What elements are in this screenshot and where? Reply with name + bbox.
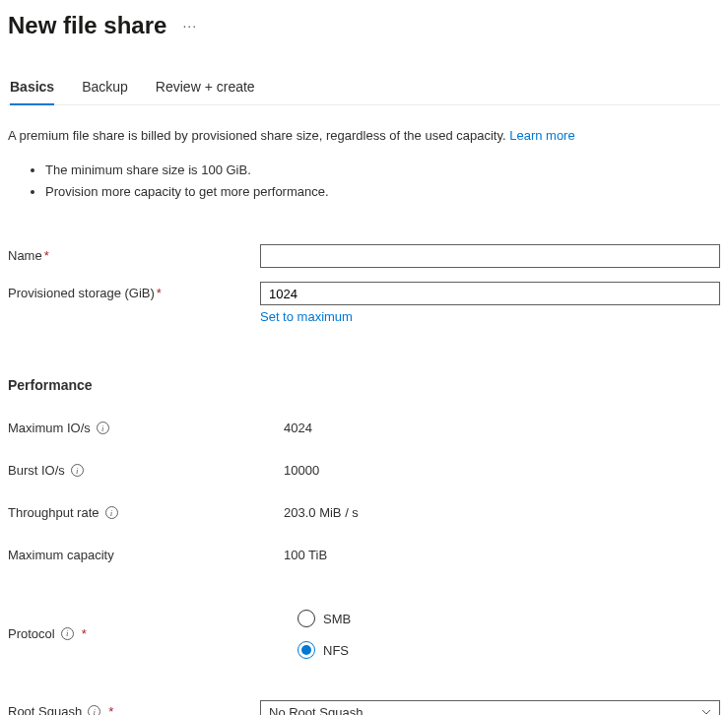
max-io-label: Maximum IO/s <box>8 421 91 435</box>
description-text: A premium file share is billed by provis… <box>8 128 509 143</box>
more-icon[interactable]: ··· <box>182 18 197 33</box>
name-label: Name <box>8 248 42 263</box>
protocol-row: Protocol i * SMB NFS <box>8 608 720 659</box>
protocol-nfs-radio[interactable]: NFS <box>298 641 720 659</box>
storage-row: Provisioned storage (GiB)* Set to maximu… <box>8 282 720 324</box>
root-squash-label: Root Squash <box>8 704 82 715</box>
info-icon[interactable]: i <box>97 422 109 434</box>
protocol-smb-radio[interactable]: SMB <box>298 610 720 627</box>
protocol-label: Protocol <box>8 626 55 641</box>
throughput-value: 203.0 MiB / s <box>284 505 720 520</box>
root-squash-value: No Root Squash <box>269 705 363 715</box>
max-capacity-value: 100 TiB <box>284 548 720 562</box>
radio-icon <box>298 610 315 627</box>
required-asterisk: * <box>44 248 49 263</box>
info-icon[interactable]: i <box>105 506 118 519</box>
info-icon[interactable]: i <box>61 627 74 640</box>
burst-io-value: 10000 <box>284 463 720 478</box>
burst-io-row: Burst IO/s i 10000 <box>8 463 720 478</box>
page-header: New file share ··· <box>8 12 720 45</box>
root-squash-select[interactable]: No Root Squash <box>260 700 720 715</box>
throughput-label: Throughput rate <box>8 505 99 520</box>
required-asterisk: * <box>82 626 87 641</box>
tab-review[interactable]: Review + create <box>156 71 255 104</box>
protocol-nfs-label: NFS <box>323 643 349 658</box>
name-input[interactable] <box>260 244 720 268</box>
required-asterisk: * <box>108 704 113 715</box>
tabs: Basics Backup Review + create <box>8 71 720 105</box>
protocol-smb-label: SMB <box>323 612 351 626</box>
name-row: Name* <box>8 244 720 268</box>
info-icon[interactable]: i <box>88 705 100 715</box>
required-asterisk: * <box>157 286 162 300</box>
radio-icon <box>298 641 315 659</box>
tab-backup[interactable]: Backup <box>82 71 128 104</box>
page-title: New file share <box>8 12 166 39</box>
storage-input[interactable] <box>260 282 720 305</box>
max-io-row: Maximum IO/s i 4024 <box>8 421 720 435</box>
tab-basics[interactable]: Basics <box>10 71 54 104</box>
max-capacity-label: Maximum capacity <box>8 548 114 562</box>
bullet-item: The minimum share size is 100 GiB. <box>45 161 720 180</box>
max-io-value: 4024 <box>284 421 720 435</box>
throughput-row: Throughput rate i 203.0 MiB / s <box>8 505 720 520</box>
storage-label: Provisioned storage (GiB) <box>8 286 155 300</box>
performance-section-title: Performance <box>8 377 720 393</box>
bullet-item: Provision more capacity to get more perf… <box>45 182 720 202</box>
max-capacity-row: Maximum capacity 100 TiB <box>8 548 720 562</box>
description: A premium file share is billed by provis… <box>8 127 720 201</box>
protocol-radio-group: SMB NFS <box>284 608 720 659</box>
description-bullets: The minimum share size is 100 GiB. Provi… <box>45 161 720 201</box>
burst-io-label: Burst IO/s <box>8 463 65 478</box>
set-maximum-link[interactable]: Set to maximum <box>260 309 353 324</box>
info-icon[interactable]: i <box>71 464 84 477</box>
root-squash-row: Root Squash i * No Root Squash <box>8 700 720 715</box>
learn-more-link[interactable]: Learn more <box>509 128 574 143</box>
